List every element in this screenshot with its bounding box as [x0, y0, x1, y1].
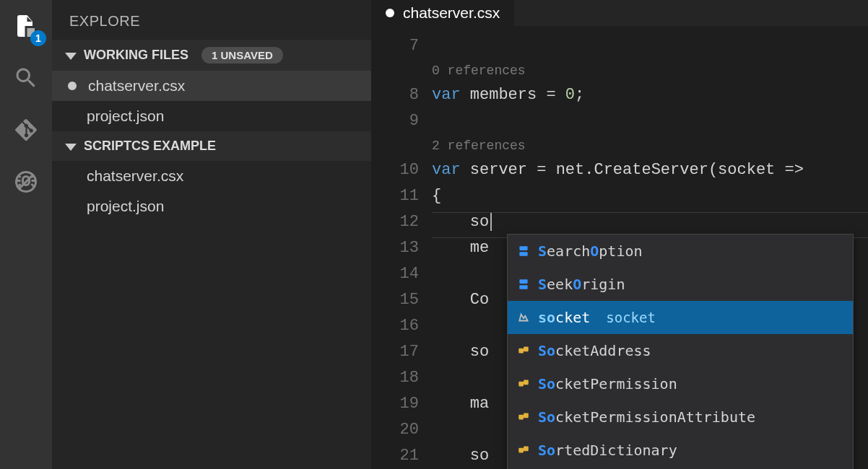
svg-rect-2 [519, 246, 527, 250]
editor: chatserver.csx 7 8 9 10 11 12 13 14 15 1… [371, 0, 868, 469]
svg-rect-9 [524, 380, 529, 385]
project-file-item[interactable]: chatserver.csx [52, 161, 371, 191]
suggest-label: SocketPermission [538, 371, 677, 397]
class-icon [516, 443, 531, 457]
working-file-item[interactable]: chatserver.csx [52, 71, 371, 101]
editor-body[interactable]: 7 8 9 10 11 12 13 14 15 16 17 18 19 20 2… [371, 26, 868, 469]
suggest-item[interactable]: SortedDictionary [508, 434, 853, 467]
project-file-item[interactable]: project.json [52, 191, 371, 222]
class-icon [516, 410, 531, 424]
suggest-detail: socket [606, 304, 656, 330]
tab-bar: chatserver.csx [371, 0, 868, 26]
suggest-label: SeekOrigin [538, 271, 625, 297]
chevron-down-icon [65, 144, 77, 151]
explorer-icon[interactable]: 1 [9, 9, 43, 43]
tab-title: chatserver.csx [403, 4, 500, 22]
search-icon[interactable] [9, 61, 43, 95]
svg-rect-11 [524, 413, 529, 418]
suggest-item[interactable]: SocketPermission [508, 367, 853, 400]
git-icon[interactable] [9, 113, 43, 147]
file-name: project.json [87, 198, 164, 215]
project-label: SCRIPTCS EXAMPLE [84, 139, 216, 154]
chevron-down-icon [65, 53, 77, 60]
svg-rect-5 [519, 285, 527, 289]
working-files-header[interactable]: WORKING FILES 1 UNSAVED [52, 40, 371, 71]
file-name: project.json [87, 108, 164, 125]
explorer-badge: 1 [30, 30, 46, 46]
project-header[interactable]: SCRIPTCS EXAMPLE [52, 131, 371, 161]
code[interactable]: 0 references var members = 0; 2 referenc… [432, 26, 868, 469]
cursor [490, 212, 492, 231]
editor-tab[interactable]: chatserver.csx [371, 0, 514, 26]
suggest-item[interactable]: SearchOption [508, 234, 853, 268]
codelens[interactable]: 2 references [432, 134, 868, 157]
suggest-item[interactable]: SocketPermissionAttribute [508, 400, 853, 434]
suggest-widget[interactable]: SearchOptionSeekOriginsocketsocketSocket… [507, 234, 854, 469]
svg-rect-10 [518, 415, 524, 420]
class-icon [516, 377, 531, 391]
enum-icon [516, 277, 531, 292]
gutter: 7 8 9 10 11 12 13 14 15 16 17 18 19 20 2… [371, 26, 432, 469]
working-files-label: WORKING FILES [84, 48, 188, 63]
svg-rect-6 [518, 349, 524, 354]
unsaved-badge: 1 UNSAVED [201, 47, 283, 63]
codelens[interactable]: 0 references [432, 59, 868, 82]
svg-rect-4 [519, 279, 527, 284]
suggest-label: SearchOption [538, 238, 643, 264]
suggest-label: SocketAddress [538, 338, 651, 364]
working-file-item[interactable]: project.json [52, 101, 371, 131]
debug-icon[interactable] [9, 165, 43, 199]
enum-icon [516, 244, 531, 258]
class-icon [516, 343, 531, 358]
suggest-item[interactable]: socketsocket [508, 301, 853, 334]
suggest-item[interactable]: SeekOrigin [508, 268, 853, 301]
svg-rect-3 [519, 252, 527, 256]
modified-dot-icon [386, 9, 394, 17]
sidebar-title: EXPLORE [52, 0, 371, 40]
svg-rect-7 [524, 346, 529, 351]
suggest-label: SortedDictionary [538, 437, 677, 463]
activity-bar: 1 [0, 0, 52, 469]
suggest-label: socket [538, 304, 590, 330]
file-name: chatserver.csx [87, 167, 183, 185]
file-name: chatserver.csx [88, 77, 185, 95]
svg-rect-8 [518, 382, 524, 387]
svg-rect-13 [524, 446, 529, 451]
sidebar: EXPLORE WORKING FILES 1 UNSAVED chatserv… [52, 0, 371, 469]
svg-rect-12 [518, 448, 524, 453]
suggest-item[interactable]: SocketAddress [508, 334, 853, 367]
modified-dot-icon [68, 82, 77, 90]
suggest-label: SocketPermissionAttribute [538, 404, 755, 430]
var-icon [516, 310, 531, 325]
